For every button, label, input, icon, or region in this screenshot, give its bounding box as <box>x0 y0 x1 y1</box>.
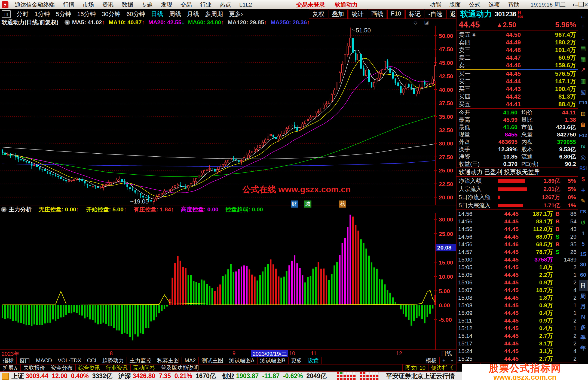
menu-item-right-3[interactable]: 选项 <box>485 1 504 8</box>
period-6[interactable]: 日线 <box>148 11 166 17</box>
extension-tab-综合资讯[interactable]: 综合资讯 <box>75 364 103 372</box>
bid-row-5[interactable]: 买五44.4188.4万 <box>457 101 578 108</box>
bottom-tab-更多[interactable]: 更多 <box>288 357 305 364</box>
strip-period-日[interactable]: 日 <box>579 280 587 291</box>
ask-row-3[interactable]: 卖三44.48101.4万 <box>457 46 578 54</box>
tick-row-4[interactable]: 14:5644.4668.5万B35 <box>457 241 578 248</box>
bottom-tab-MA2[interactable]: MA2 <box>182 357 199 364</box>
bottom-tab-主力监控[interactable]: 主力监控 <box>127 357 154 364</box>
formula-icon[interactable]: fx <box>581 141 586 152</box>
bottom-tab-right-1[interactable]: + <box>439 357 449 364</box>
tick-row-3[interactable]: 14:5644.4568.0万S29 <box>457 233 578 241</box>
menu-item-right-1[interactable]: 版面 <box>445 1 465 8</box>
period-7[interactable]: 周线 <box>166 11 184 17</box>
tick-row-11[interactable]: 15:0844.451.8万2 <box>457 294 578 302</box>
f12-icon[interactable]: F12 <box>579 130 587 141</box>
panel-corner-icons[interactable]: ◇ ◪ <box>414 19 431 25</box>
bottom-tab-测试主图[interactable]: 测试主图 <box>198 357 226 364</box>
collapse-icon[interactable]: ∨ <box>65 20 70 25</box>
menu-item-8[interactable]: 行业 <box>196 1 216 8</box>
menu-item-right-4[interactable]: 帮助 <box>504 1 524 8</box>
strip-period-5[interactable]: 5 <box>579 239 587 249</box>
menu-alert-0[interactable]: 交易未登录 <box>292 1 330 8</box>
menu-item-9[interactable]: 热点 <box>216 1 235 8</box>
tick-row-6[interactable]: 15:0044.453758万1439 <box>457 256 578 263</box>
bottom-tab-私募主图[interactable]: 私募主图 <box>154 357 182 364</box>
toolbar-button-3[interactable]: 画线 <box>368 10 387 19</box>
toolbar-button-2[interactable]: 统计 <box>348 10 367 19</box>
tick-row-19[interactable]: 15:2544.452.7万2 <box>457 355 578 363</box>
bottom-tab-测试幅图A[interactable]: 测试幅图A <box>226 357 257 364</box>
menu-item-6[interactable]: 发现 <box>157 1 176 8</box>
period-4[interactable]: 30分钟 <box>99 11 123 17</box>
tick-row-2[interactable]: 14:5644.45112.0万B43 <box>457 225 578 233</box>
menu-item-7[interactable]: 交易 <box>176 1 196 8</box>
tick-row-17[interactable]: 15:1744.453.1万2 <box>457 340 578 347</box>
chart-flag-榜[interactable]: 榜 <box>339 200 346 208</box>
strip-period-30[interactable]: 30 <box>579 259 587 270</box>
ask-row-4[interactable]: 卖四44.49180.2万 <box>457 39 578 46</box>
tick-row-15[interactable]: 15:1244.450.4万1 <box>457 324 578 332</box>
bottom-tab-right-2[interactable]: - <box>448 357 456 364</box>
candlestick-chart[interactable]: 50.0047.5045.0042.5040.0037.5035.0032.50… <box>0 26 456 205</box>
tick-row-0[interactable]: 14:5644.45187.1万B86 <box>457 210 578 218</box>
edit-pencil-icon[interactable]: ✎ <box>581 196 586 206</box>
ranking-list-icon[interactable]: ▤ <box>580 43 586 54</box>
kline-chart-icon[interactable]: ▥ <box>580 76 586 87</box>
period-1[interactable]: 1分钟 <box>32 11 53 17</box>
extension-tab-互动问答[interactable]: 互动问答 <box>130 364 158 372</box>
period-9[interactable]: 多周期 <box>202 11 226 17</box>
strip-period-多[interactable]: 多 <box>579 322 587 332</box>
menu-item-1[interactable]: 行情 <box>59 1 78 8</box>
period-3[interactable]: 15分钟 <box>74 11 99 17</box>
menu-item-3[interactable]: 资讯 <box>98 1 118 8</box>
extension-tab-关联报价[interactable]: 关联报价 <box>20 364 48 372</box>
move-icon[interactable]: + <box>581 185 585 196</box>
bottom-tab-CCI[interactable]: CCI <box>84 357 99 364</box>
page-down-icon[interactable]: ↓ <box>581 32 585 43</box>
tick-row-8[interactable]: 15:0544.452.2万1 <box>457 271 578 279</box>
tick-row-10[interactable]: 15:0744.4518.7万4 <box>457 286 578 294</box>
bottom-tab-right-0[interactable]: 模板 <box>423 357 440 364</box>
period-0[interactable]: 分时 <box>14 11 32 17</box>
bid-row-2[interactable]: 买二44.44147.1万 <box>457 78 578 85</box>
layout-icon[interactable]: ◫ <box>2 10 11 18</box>
custom-stock-icon[interactable]: 自 <box>581 119 586 130</box>
tick-row-14[interactable]: 15:1144.450.9万2 <box>457 317 578 324</box>
bid-row-1[interactable]: 买一44.45576.5万 <box>457 70 578 78</box>
tick-row-16[interactable]: 15:1444.452.7万2 <box>457 332 578 340</box>
menu-alert-1[interactable]: 软通动力 <box>330 1 363 8</box>
strip-period-15[interactable]: 15 <box>579 249 587 259</box>
extension-tab-right-1[interactable]: 侧边栏《 <box>428 364 456 372</box>
bottom-tab-测试幅图B[interactable]: 测试幅图B <box>257 357 289 364</box>
window-back-button[interactable]: ‹ <box>572 1 575 8</box>
menu-item-2[interactable]: 市场 <box>78 1 98 8</box>
bottom-tab-MACD[interactable]: MACD <box>33 357 55 364</box>
ask-row-1[interactable]: 卖一44.46159.6万 <box>457 62 578 69</box>
bottom-tab-指标[interactable]: 指标 <box>0 357 17 364</box>
ask-row-2[interactable]: 卖二44.4760.9万 <box>457 54 578 62</box>
ask-row-5[interactable]: 卖五 ¥44.50967.4万 <box>457 31 578 39</box>
menu-item-0[interactable]: 通达信金融终端 <box>11 1 59 8</box>
panel-divider[interactable] <box>0 205 456 205</box>
index-沪深[interactable]: 沪深 3426.80 7.35 0.21% 1670亿 <box>118 372 216 379</box>
compass-icon[interactable]: ◎ <box>580 152 586 163</box>
collapse-icon[interactable]: ∨ <box>1 207 7 212</box>
menu-item-right-0[interactable]: 功能 <box>426 1 445 8</box>
index-创业[interactable]: 创业 1903.87 -11.87 -0.62% 2049亿 <box>222 372 327 379</box>
tick-row-9[interactable]: 15:0644.450.9万2 <box>457 279 578 286</box>
multi-stock-grid-icon[interactable]: ▦ <box>580 54 586 65</box>
rsi-icon[interactable]: RSI <box>580 163 587 174</box>
tick-row-18[interactable]: 15:2444.453.1万4 <box>457 347 578 355</box>
extension-tab-行业资讯[interactable]: 行业资讯 <box>103 364 131 372</box>
page-up-icon[interactable]: ↑ <box>581 21 585 32</box>
toolbar-button-6[interactable]: -自选 <box>425 10 446 19</box>
toolbar-button-4[interactable]: F10 <box>387 10 405 19</box>
back-icon[interactable]: ← <box>580 10 587 21</box>
strip-period-月[interactable]: 月 <box>579 301 587 312</box>
menu-item-10[interactable]: L1L2 <box>235 1 256 8</box>
sector-tree-icon[interactable]: ⊞ <box>581 108 586 119</box>
extension-tab-扩展∧[interactable]: 扩展∧ <box>0 364 21 372</box>
tick-row-1[interactable]: 14:5644.4583.1万B54 <box>457 218 578 225</box>
bottom-tab-窗口[interactable]: 窗口 <box>16 357 33 364</box>
